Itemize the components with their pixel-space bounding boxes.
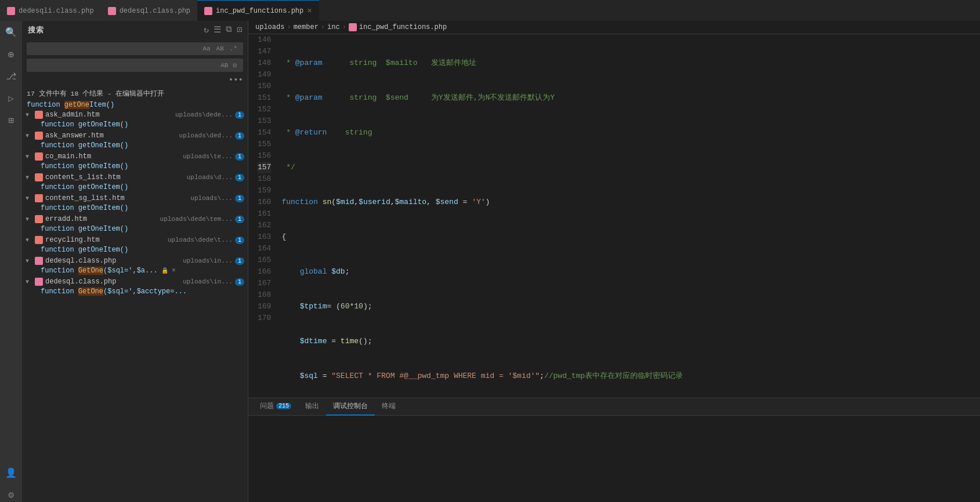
tab-inc-pwd[interactable]: inc_pwd_functions.php × bbox=[197, 0, 319, 21]
tab-dedesql[interactable]: dedesql.class.php bbox=[101, 0, 197, 21]
file-name-label: content_s_list.htm bbox=[45, 173, 185, 181]
panel-content bbox=[248, 416, 980, 502]
file-type-icon bbox=[35, 132, 43, 140]
breadcrumb-member: member bbox=[294, 23, 319, 31]
activity-search[interactable]: 🔍 bbox=[4, 26, 18, 39]
chevron-icon: ▼ bbox=[26, 133, 32, 139]
file-header-erradd[interactable]: ▼ erradd.htm uploads\dede\tem... 1 bbox=[22, 214, 248, 224]
file-path-label: uploads\d... bbox=[187, 174, 233, 181]
panel-tab-terminal[interactable]: 终端 bbox=[375, 398, 403, 416]
panel-tab-output[interactable]: 输出 bbox=[298, 398, 326, 416]
match-co-main[interactable]: function getOneItem() bbox=[22, 162, 248, 171]
chevron-icon: ▼ bbox=[26, 195, 32, 202]
top-match-label[interactable]: function getOneItem() bbox=[22, 100, 248, 110]
file-header-ask-admin[interactable]: ▼ ask_admin.htm uploads\dede... 1 bbox=[22, 110, 248, 120]
expand-icon[interactable]: ☰ bbox=[214, 24, 221, 35]
activity-user[interactable]: 👤 bbox=[4, 466, 18, 480]
file-badge: 1 bbox=[235, 174, 244, 181]
whole-word-btn[interactable]: AB bbox=[215, 45, 226, 53]
file-group-dedesql1: ▼ dedesql.class.php uploads\in... 1 func… bbox=[22, 256, 248, 275]
panel-tab-debug[interactable]: 调试控制台 bbox=[326, 398, 375, 416]
activity-branch[interactable]: ⎇ bbox=[4, 70, 18, 83]
file-path-label: uploads\dede... bbox=[175, 111, 233, 118]
activity-run[interactable]: ▷ bbox=[4, 92, 18, 106]
chevron-icon: ▼ bbox=[26, 174, 32, 181]
file-badge: 1 bbox=[235, 237, 244, 244]
match-ask-admin[interactable]: function getOneItem() bbox=[22, 120, 248, 129]
close-match-icon[interactable]: × bbox=[172, 267, 176, 275]
file-group-ask-admin: ▼ ask_admin.htm uploads\dede... 1 functi… bbox=[22, 110, 248, 129]
tab-label-dedesqli: dedesqli.class.php bbox=[19, 7, 94, 15]
chevron-icon: ▼ bbox=[26, 258, 32, 264]
match-dedesql1[interactable]: function GetOne($sql=',$a... 🔒 × bbox=[22, 266, 248, 275]
file-type-icon bbox=[35, 111, 43, 119]
tab-bar: dedesqli.class.php dedesql.class.php inc… bbox=[0, 0, 980, 21]
tab-label-inc-pwd: inc_pwd_functions.php bbox=[216, 7, 303, 15]
chevron-icon: ▼ bbox=[26, 237, 32, 243]
code-editor[interactable]: 146 147 148 149 150 151 152 153 154 155 … bbox=[248, 34, 980, 398]
match-content-s-list[interactable]: function getOneItem() bbox=[22, 183, 248, 192]
refresh-icon[interactable]: ↻ bbox=[204, 24, 209, 35]
dots-menu[interactable]: ••• bbox=[229, 75, 243, 85]
match-ask-answer[interactable]: function getOneItem() bbox=[22, 141, 248, 150]
code-line-147: * @param string $send 为Y发送邮件,为N不发送邮件默认为Y bbox=[281, 92, 975, 104]
match-case-btn[interactable]: Aa bbox=[201, 45, 212, 53]
sidebar: 搜索 ↻ ☰ ⧉ ⊡ function GetOne Aa AB .* 替换 A… bbox=[22, 21, 248, 502]
file-header-content-s-list[interactable]: ▼ content_s_list.htm uploads\d... 1 bbox=[22, 172, 248, 183]
match-recycling[interactable]: function getOneItem() bbox=[22, 245, 248, 254]
tab-dedesqli[interactable]: dedesqli.class.php bbox=[0, 0, 101, 21]
activity-extensions[interactable]: ⊞ bbox=[4, 114, 18, 128]
breadcrumb-file-icon bbox=[349, 23, 357, 31]
activity-nav[interactable]: ⊕ bbox=[4, 48, 18, 61]
file-path-label: uploads\dede\tem... bbox=[160, 216, 233, 223]
tab-icon-dedesql bbox=[108, 7, 116, 15]
file-group-content-s-list: ▼ content_s_list.htm uploads\d... 1 func… bbox=[22, 172, 248, 192]
results-list: function getOneItem() ▼ ask_admin.htm up… bbox=[22, 100, 248, 502]
replace-all-btn[interactable]: AB bbox=[218, 61, 230, 70]
panel-tab-problems[interactable]: 问题 215 bbox=[253, 398, 298, 416]
sidebar-title: 搜索 bbox=[28, 25, 199, 35]
sep1: › bbox=[287, 23, 291, 31]
code-line-151: { bbox=[281, 231, 975, 243]
match-erradd[interactable]: function getOneItem() bbox=[22, 224, 248, 234]
search-options-row: ••• bbox=[22, 74, 248, 87]
file-name-label: dedesql.class.php bbox=[45, 257, 180, 265]
code-content[interactable]: * @param string $mailto 发送邮件地址 * @param … bbox=[277, 34, 980, 398]
file-header-recycling[interactable]: ▼ recycling.htm uploads\dede\t... 1 bbox=[22, 235, 248, 245]
activity-settings[interactable]: ⚙ bbox=[4, 488, 18, 502]
file-header-dedesql1[interactable]: ▼ dedesql.class.php uploads\in... 1 bbox=[22, 256, 248, 266]
close-icon-inc-pwd[interactable]: × bbox=[307, 7, 312, 15]
file-badge: 1 bbox=[235, 132, 244, 140]
match-content-sg-list[interactable]: function getOneItem() bbox=[22, 203, 248, 213]
file-type-icon bbox=[35, 215, 43, 223]
file-badge: 1 bbox=[235, 195, 244, 202]
file-header-ask-answer[interactable]: ▼ ask_answer.htm uploads\ded... 1 bbox=[22, 130, 248, 141]
replace-box: 替换 AB ⊡ bbox=[27, 59, 243, 72]
file-group-erradd: ▼ erradd.htm uploads\dede\tem... 1 funct… bbox=[22, 214, 248, 234]
file-name-label: recycling.htm bbox=[45, 236, 165, 244]
replace-regex-btn[interactable]: ⊡ bbox=[230, 61, 239, 70]
file-path-label: uploads\... bbox=[190, 195, 233, 202]
file-path-label: uploads\in... bbox=[183, 257, 233, 264]
file-type-icon bbox=[35, 257, 43, 265]
match-dedesql2[interactable]: function GetOne($sql=',$acctype=... bbox=[22, 287, 248, 296]
bottom-panel: 问题 215 输出 调试控制台 终端 bbox=[248, 398, 980, 502]
main-layout: 🔍 ⊕ ⎇ ▷ ⊞ 👤 ⚙ 搜索 ↻ ☰ ⧉ ⊡ function GetOne… bbox=[0, 21, 980, 502]
file-path-label: uploads\in... bbox=[183, 278, 233, 285]
regex-btn[interactable]: .* bbox=[228, 45, 239, 53]
file-header-dedesql2[interactable]: ▼ dedesql.class.php uploads\in... 1 bbox=[22, 277, 248, 287]
replace-input[interactable]: 替换 bbox=[31, 61, 218, 70]
file-path-label: uploads\dede\t... bbox=[168, 237, 233, 243]
collapse-icon[interactable]: ⊡ bbox=[237, 24, 242, 35]
file-header-content-sg-list[interactable]: ▼ content_sg_list.htm uploads\... 1 bbox=[22, 193, 248, 203]
copy-icon[interactable]: ⧉ bbox=[226, 24, 232, 35]
breadcrumb-filename: inc_pwd_functions.php bbox=[359, 23, 447, 31]
sidebar-header: 搜索 ↻ ☰ ⧉ ⊡ bbox=[22, 21, 248, 39]
file-path-label: uploads\ded... bbox=[179, 132, 233, 139]
results-summary-text: 17 文件中有 18 个结果 - 在编辑器中打开 bbox=[27, 90, 164, 97]
file-path-label: uploads\te... bbox=[183, 153, 233, 160]
breadcrumb: uploads › member › inc › inc_pwd_functio… bbox=[248, 21, 980, 34]
search-input[interactable]: function GetOne bbox=[31, 45, 197, 53]
file-header-co-main[interactable]: ▼ co_main.htm uploads\te... 1 bbox=[22, 151, 248, 162]
file-name-label: dedesql.class.php bbox=[45, 278, 180, 286]
